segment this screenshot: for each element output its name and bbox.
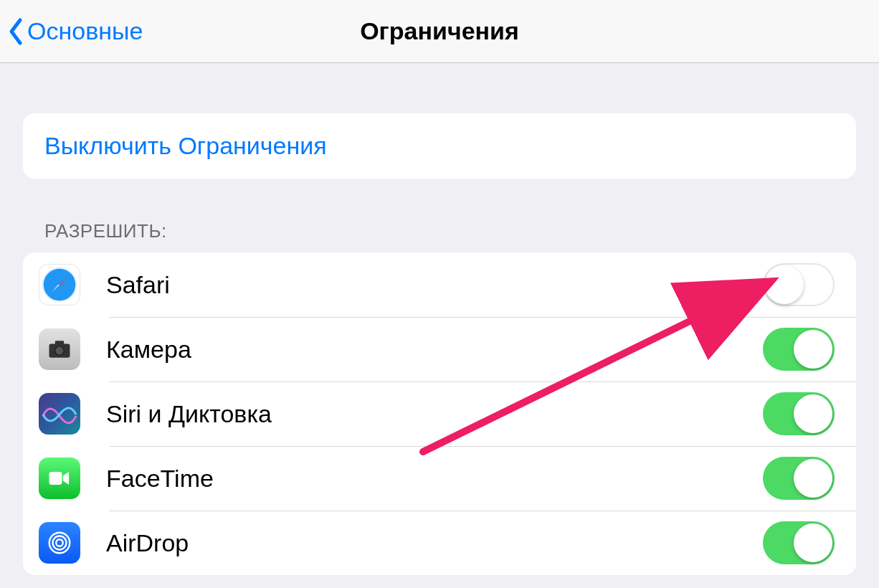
svg-rect-6 (55, 341, 64, 345)
airdrop-icon (39, 522, 80, 564)
chevron-left-icon (7, 17, 24, 46)
disable-restrictions-row[interactable]: Выключить Ограничения (23, 113, 856, 179)
camera-icon (39, 328, 80, 370)
disable-restrictions-card: Выключить Ограничения (23, 113, 856, 179)
row-label: Safari (106, 271, 763, 299)
row-label: Siri и Диктовка (106, 400, 763, 428)
nav-bar: Основные Ограничения (0, 0, 879, 63)
toggle-siri[interactable] (763, 392, 835, 435)
toggle-camera[interactable] (763, 328, 835, 371)
svg-point-9 (56, 539, 63, 546)
svg-point-5 (55, 346, 64, 355)
allow-list: Safari Камера Siri и Ди (23, 252, 856, 575)
safari-icon (39, 264, 80, 305)
row-label: AirDrop (106, 529, 763, 557)
toggle-facetime[interactable] (763, 457, 835, 500)
back-label: Основные (27, 17, 143, 45)
svg-marker-8 (63, 472, 69, 485)
svg-rect-7 (49, 472, 62, 485)
section-header-allow: РАЗРЕШИТЬ: (44, 220, 856, 242)
facetime-icon (39, 457, 80, 499)
row-facetime: FaceTime (23, 446, 856, 511)
svg-point-10 (52, 536, 66, 549)
toggle-airdrop[interactable] (763, 521, 835, 564)
toggle-safari[interactable] (763, 263, 835, 306)
row-safari: Safari (23, 252, 856, 317)
back-button[interactable]: Основные (7, 17, 143, 46)
row-airdrop: AirDrop (23, 511, 856, 575)
disable-restrictions-label: Выключить Ограничения (44, 132, 327, 159)
row-label: Камера (106, 336, 763, 364)
row-camera: Камера (23, 317, 856, 381)
siri-icon (39, 393, 80, 435)
row-siri: Siri и Диктовка (23, 381, 856, 446)
row-label: FaceTime (106, 465, 763, 493)
